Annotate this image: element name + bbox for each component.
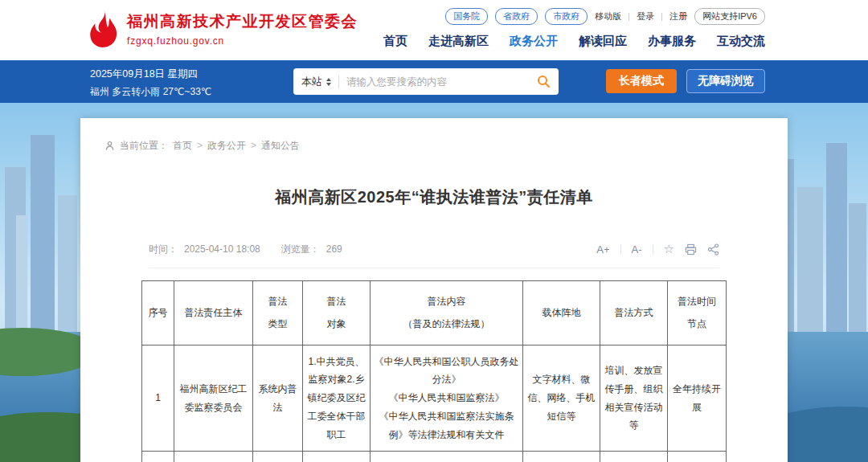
login-link[interactable]: 登录 (637, 10, 654, 22)
weather-text: 福州 多云转小雨 27℃~33℃ (90, 85, 211, 99)
font-decrease-button[interactable]: A- (632, 243, 642, 256)
search-button[interactable] (537, 75, 551, 88)
meta-left: 时间： 2025-04-10 18:08 浏览量： 269 (149, 243, 357, 256)
register-link[interactable]: 注册 (669, 10, 687, 22)
search-input[interactable] (346, 76, 537, 88)
site-url: fzgxq.fuzhou.gov.cn (127, 35, 358, 47)
mobile-version-link[interactable]: 移动版 (595, 10, 621, 22)
scope-sort-arrows-icon (326, 78, 331, 86)
cell-target: 1.中共党员、监察对象2.乡镇纪委及区纪工委全体干部职工 (303, 345, 371, 452)
breadcrumb: 当前位置： 首页 政务公开 通知公告 (104, 139, 788, 153)
header-quick-links: 国务院 省政府 市政府 移动版 登录 注册 网站支持IPV6 (445, 8, 765, 25)
print-icon[interactable] (685, 243, 697, 256)
nav-item-home[interactable]: 首页 (383, 34, 407, 49)
elder-mode-button[interactable]: 长者模式 (606, 69, 677, 93)
nav-item-services[interactable]: 办事服务 (648, 34, 696, 49)
column-header-content: 普法内容 （普及的法律法规） (371, 281, 523, 345)
article-meta: 时间： 2025-04-10 18:08 浏览量： 269 A+ A- ☆ (149, 242, 719, 268)
breadcrumb-gov-info[interactable]: 政务公开 (207, 139, 256, 153)
font-increase-button[interactable]: A+ (596, 243, 609, 256)
divider (628, 13, 629, 21)
responsibility-table: 序号 普法责任主体 普法 类型 普法 对象 普法内容 （普及的法律法规） 载体阵… (141, 280, 727, 462)
link-city-gov[interactable]: 市政府 (545, 8, 588, 25)
divider (620, 244, 621, 254)
time-label: 时间： (149, 243, 178, 256)
column-header-schedule: 普法时间 节点 (668, 281, 727, 345)
column-header-responsible-body: 普法责任主体 (174, 281, 253, 345)
column-header-carrier: 载体阵地 (523, 281, 600, 345)
cell-carrier: 文字材料、微信、网络、手机短信等 (523, 345, 600, 452)
article-tools: A+ A- ☆ (596, 242, 719, 256)
link-state-council[interactable]: 国务院 (445, 8, 488, 25)
divider (661, 13, 662, 21)
article-title: 福州高新区2025年“谁执法谁普法”责任清单 (80, 186, 788, 208)
nav-item-interpretation[interactable]: 解读回应 (579, 34, 627, 49)
page: 福州高新技术产业开发区管委会 fzgxq.fuzhou.gov.cn 国务院 省… (0, 0, 868, 462)
site-header: 福州高新技术产业开发区管委会 fzgxq.fuzhou.gov.cn 国务院 省… (0, 0, 868, 60)
cell-index: 1 (142, 345, 174, 452)
publish-time: 2025-04-10 18:08 (184, 243, 260, 255)
ipv6-badge: 网站支持IPV6 (694, 8, 765, 25)
accessibility-button[interactable]: 无障碍浏览 (686, 69, 765, 93)
divider (653, 244, 653, 254)
breadcrumb-home[interactable]: 首页 (173, 139, 203, 153)
logo-text: 福州高新技术产业开发区管委会 fzgxq.fuzhou.gov.cn (127, 11, 358, 47)
nav-item-interaction[interactable]: 互动交流 (717, 34, 765, 49)
breadcrumb-notices[interactable]: 通知公告 (261, 139, 300, 153)
column-header-type: 普法 类型 (253, 281, 303, 345)
table-row: 1 福州高新区纪工委监察委员会 系统内普法 1.中共党员、监察对象2.乡镇纪委及… (142, 345, 727, 452)
search-icon (537, 75, 551, 88)
date-text: 2025年09月18日 星期四 (90, 67, 211, 81)
torch-logo-icon (88, 9, 119, 49)
breadcrumb-label: 当前位置： (120, 139, 168, 153)
utility-bar: 2025年09月18日 星期四 福州 多云转小雨 27℃~33℃ 本站 长者模式… (0, 60, 868, 103)
column-header-index: 序号 (142, 281, 174, 345)
cell-schedule: 全年持续开展 (668, 345, 727, 452)
search-bar: 本站 (293, 68, 559, 95)
favorite-star-icon[interactable]: ☆ (664, 242, 674, 256)
date-weather: 2025年09月18日 星期四 福州 多云转小雨 27℃~33℃ (90, 67, 211, 99)
content-panel: 当前位置： 首页 政务公开 通知公告 福州高新区2025年“谁执法谁普法”责任清… (80, 118, 788, 462)
view-count: 269 (326, 243, 342, 255)
site-logo: 福州高新技术产业开发区管委会 fzgxq.fuzhou.gov.cn (88, 9, 358, 49)
share-icon[interactable] (707, 243, 719, 256)
link-province-gov[interactable]: 省政府 (495, 8, 538, 25)
views-label: 浏览量： (281, 243, 320, 256)
search-scope-selector[interactable]: 本站 (301, 75, 331, 89)
main-nav: 首页 走进高新区 政务公开 解读回应 办事服务 互动交流 (383, 34, 765, 49)
table-row-partial (142, 452, 727, 462)
table-header-row: 序号 普法责任主体 普法 类型 普法 对象 普法内容 （普及的法律法规） 载体阵… (142, 281, 727, 345)
site-name: 福州高新技术产业开发区管委会 (127, 11, 358, 32)
search-scope-label: 本站 (301, 75, 322, 89)
location-person-icon (104, 141, 115, 151)
cell-type: 系统内普法 (253, 345, 303, 452)
cell-content: 《中华人民共和国公职人员政务处分法》 《中华人民共和国监察法》 《中华人民共和国… (371, 345, 523, 452)
cell-responsible-body: 福州高新区纪工委监察委员会 (174, 345, 253, 452)
nav-item-gov-info[interactable]: 政务公开 (510, 34, 558, 49)
divider (338, 76, 339, 88)
nav-item-about-zone[interactable]: 走进高新区 (428, 34, 489, 49)
column-header-method: 普法方式 (600, 281, 668, 345)
cell-method: 培训、发放宣传手册、组织相关宣传活动等 (600, 345, 668, 452)
bar-buttons: 长者模式 无障碍浏览 (606, 69, 765, 93)
column-header-target: 普法 对象 (303, 281, 371, 345)
